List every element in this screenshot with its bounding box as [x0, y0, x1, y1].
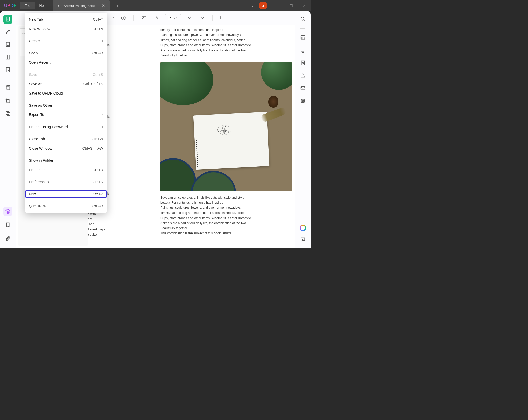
search-icon[interactable] — [299, 16, 306, 23]
menu-item-new-window[interactable]: New WindowCtrl+N — [25, 24, 107, 33]
separator — [270, 3, 270, 8]
menu-separator — [27, 154, 105, 154]
tab-title: Animal Painting Skills — [64, 4, 95, 8]
protect-icon[interactable] — [299, 59, 306, 66]
app-logo: UPDF — [4, 3, 16, 8]
menu-item-label: Preferences... — [29, 180, 52, 184]
menu-item-preferences[interactable]: Preferences...Ctrl+K — [25, 177, 107, 186]
menu-item-label: New Tab — [29, 17, 43, 21]
new-tab-button[interactable]: ＋ — [113, 2, 122, 10]
menu-item-properties[interactable]: Properties...Ctrl+D — [25, 165, 107, 174]
svg-rect-1 — [6, 42, 10, 47]
menu-item-save-as[interactable]: Save As...Ctrl+Shift+S — [25, 79, 107, 88]
prev-page-button[interactable] — [152, 14, 160, 22]
document-image — [160, 62, 292, 191]
menu-item-open-recent[interactable]: Open Recent› — [25, 58, 107, 67]
separator — [300, 28, 305, 29]
menu-item-label: Open Recent — [29, 60, 50, 64]
organise-tool[interactable] — [3, 84, 12, 93]
menu-file[interactable]: File — [20, 2, 35, 9]
svg-point-24 — [302, 100, 304, 102]
first-page-button[interactable] — [140, 14, 148, 22]
menu-separator — [27, 47, 105, 47]
attachment-tool[interactable] — [3, 234, 12, 243]
left-toolbar — [0, 11, 16, 248]
menu-item-label: New Window — [29, 27, 50, 31]
menu-item-new-tab[interactable]: New TabCtrl+T — [25, 15, 107, 24]
page-tool[interactable] — [3, 53, 12, 62]
svg-text:OCR: OCR — [301, 37, 305, 39]
convert-icon[interactable] — [299, 47, 306, 54]
menu-item-label: Close Window — [29, 146, 52, 150]
mail-icon[interactable] — [299, 85, 306, 92]
menu-item-export-to[interactable]: Export To› — [25, 110, 107, 119]
menu-item-save-to-updf-cloud[interactable]: Save to UPDF Cloud — [25, 88, 107, 98]
page-indicator[interactable]: / 9 — [165, 14, 181, 21]
menu-separator — [27, 35, 105, 35]
document-tab[interactable]: ▼ Animal Painting Skills ✕ — [53, 0, 109, 11]
chevron-right-icon: › — [102, 125, 103, 129]
menu-separator — [27, 99, 105, 99]
file-menu-dropdown: New TabCtrl+TNew WindowCtrl+NCreate›Open… — [25, 13, 107, 213]
svg-point-16 — [301, 17, 304, 20]
menu-item-protect-using-password[interactable]: Protect Using Password› — [25, 122, 107, 131]
separator — [212, 15, 213, 21]
menu-item-close-window[interactable]: Close WindowCtrl+Shift+W — [25, 144, 107, 153]
menu-separator — [27, 121, 105, 121]
menu-shortcut: Ctrl+P — [93, 192, 103, 196]
bookmark-tool[interactable] — [3, 220, 12, 229]
minimize-button[interactable]: — — [273, 1, 283, 11]
close-icon[interactable]: ✕ — [100, 2, 107, 9]
close-button[interactable]: ✕ — [299, 1, 309, 11]
menu-item-save-as-other[interactable]: Save as Other› — [25, 101, 107, 110]
form-tool[interactable] — [3, 65, 12, 74]
redact-tool[interactable] — [3, 109, 12, 118]
menu-shortcut: Ctrl+O — [92, 51, 103, 55]
zexp-icon[interactable]: ▼ — [112, 16, 115, 19]
menu-help[interactable]: Help — [35, 2, 51, 9]
svg-rect-19 — [301, 48, 304, 52]
menu-shortcut: Ctrl+Shift+W — [82, 146, 103, 150]
next-page-button[interactable] — [186, 14, 194, 22]
menu-item-show-in-folder[interactable]: Show in Folder — [25, 156, 107, 165]
menu-shortcut: Ctrl+K — [93, 180, 103, 184]
avatar[interactable]: B — [259, 2, 267, 9]
menu-item-label: Close Tab — [29, 137, 45, 141]
menu-item-create[interactable]: Create› — [25, 36, 107, 45]
edit-tool[interactable] — [3, 40, 12, 49]
menu-item-label: Save as Other — [29, 103, 52, 107]
menu-item-print[interactable]: Print...Ctrl+P — [25, 189, 107, 199]
ocr-icon[interactable]: OCR — [299, 34, 306, 41]
menu-item-close-tab[interactable]: Close TabCtrl+W — [25, 134, 107, 144]
maximize-button[interactable]: ☐ — [286, 1, 296, 11]
separator — [5, 79, 10, 79]
menu-item-open[interactable]: Open...Ctrl+O — [25, 48, 107, 58]
page-input[interactable] — [168, 16, 173, 20]
dropdown-icon[interactable]: ⌄ — [249, 2, 256, 9]
menu-shortcut: Ctrl+Shift+S — [83, 82, 103, 86]
ai-icon[interactable] — [299, 224, 306, 231]
flatten-icon[interactable] — [299, 97, 306, 104]
comment-tool[interactable] — [3, 27, 12, 36]
svg-rect-8 — [7, 112, 10, 115]
right-toolbar: OCR — [295, 11, 311, 248]
zoom-in-button[interactable] — [119, 14, 127, 22]
chat-icon[interactable] — [299, 236, 306, 243]
last-page-button[interactable] — [198, 14, 206, 22]
svg-point-13 — [222, 125, 232, 133]
menu-separator — [27, 188, 105, 188]
menu-item-label: Open... — [29, 51, 41, 55]
presentation-button[interactable] — [219, 14, 227, 22]
share-icon[interactable] — [299, 72, 306, 79]
layers-tool[interactable] — [3, 207, 12, 216]
title-bar: UPDF File Help ▼ Animal Painting Skills … — [0, 0, 311, 11]
crop-tool[interactable] — [3, 96, 12, 105]
chevron-right-icon: › — [102, 104, 103, 107]
reader-tool[interactable] — [3, 15, 12, 24]
page-column-right: beauty. For centuries, this horse has in… — [160, 27, 292, 245]
menu-shortcut: Ctrl+D — [93, 168, 103, 172]
menu-separator — [27, 176, 105, 176]
svg-point-12 — [217, 125, 227, 133]
menu-item-quit-updf[interactable]: Quit UPDFCtrl+Q — [25, 201, 107, 211]
menu-item-label: Show in Folder — [29, 158, 53, 162]
